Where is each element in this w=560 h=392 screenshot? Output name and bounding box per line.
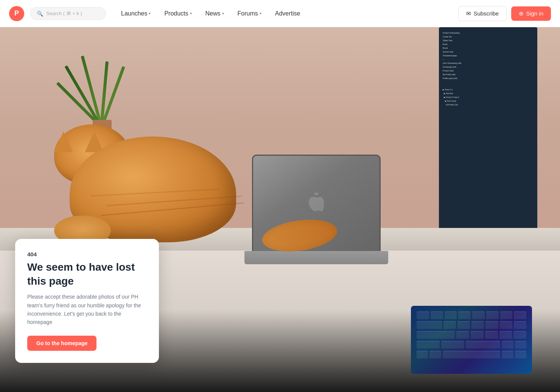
error-title: We seem to have lost this page: [27, 260, 147, 288]
search-placeholder: Search ( ⌘ + k ): [46, 11, 82, 16]
nav-item-forums[interactable]: Forums ▾: [232, 7, 268, 20]
user-icon: ⊕: [519, 10, 524, 17]
nav-item-products[interactable]: Products ▾: [158, 7, 198, 20]
error-code: 404: [27, 251, 147, 257]
subscribe-button[interactable]: ✉ Subscribe: [458, 6, 507, 21]
keyboard: [411, 306, 532, 374]
chevron-down-icon: ▾: [222, 11, 224, 15]
chevron-down-icon: ▾: [260, 11, 261, 15]
key-rows: [417, 311, 526, 368]
chevron-down-icon: ▾: [190, 11, 192, 15]
envelope-icon: ✉: [466, 10, 471, 17]
search-icon: 🔍: [37, 11, 43, 17]
nav-links: Launches ▾ Products ▾ News ▾ Forums ▾ Ad…: [115, 7, 306, 20]
monitor-screen-content: Product OnboardingCreate SetObject SetsE…: [439, 27, 537, 110]
homepage-button[interactable]: Go to the homepage: [27, 336, 96, 351]
nav-item-launches[interactable]: Launches ▾: [115, 7, 157, 20]
hero-section: Product OnboardingCreate SetObject SetsE…: [0, 27, 560, 392]
search-box[interactable]: 🔍 Search ( ⌘ + k ): [30, 7, 106, 20]
navbar: P 🔍 Search ( ⌘ + k ) Launches ▾ Products…: [0, 0, 560, 27]
nav-item-advertise[interactable]: Advertise: [269, 7, 306, 20]
logo[interactable]: P: [9, 6, 24, 21]
error-card: 404 We seem to have lost this page Pleas…: [15, 239, 159, 363]
signin-button[interactable]: ⊕ Sign in: [511, 6, 551, 21]
nav-right: ✉ Subscribe ⊕ Sign in: [458, 6, 551, 21]
monitor-screen: Product OnboardingCreate SetObject SetsE…: [439, 27, 537, 260]
chevron-down-icon: ▾: [149, 11, 151, 15]
error-description: Please accept these adorable photos of o…: [27, 293, 147, 327]
nav-item-news[interactable]: News ▾: [199, 7, 230, 20]
